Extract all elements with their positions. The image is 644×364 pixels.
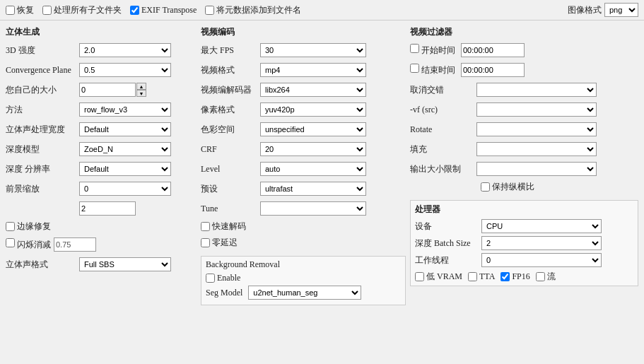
- fp16-checkbox[interactable]: [500, 272, 510, 281]
- zero-latency-checkbox[interactable]: [201, 238, 210, 247]
- preset-row: 预设 ultrafastsuperfastveryfastfasterfastm…: [201, 181, 406, 196]
- bg-removal-enable-label[interactable]: Enable: [206, 273, 240, 283]
- flicker-row: 闪烁消减: [6, 237, 197, 252]
- fill-label: 填充: [410, 143, 474, 155]
- flicker-text: 闪烁消减: [17, 240, 51, 249]
- add-meta-checkbox-label[interactable]: 将元数据添加到文件名: [205, 4, 301, 16]
- exif-transpose-checkbox[interactable]: [130, 6, 139, 15]
- flicker-checkbox[interactable]: [6, 238, 15, 247]
- process-subfolders-checkbox-label[interactable]: 处理所有子文件夹: [42, 4, 122, 16]
- max-fps-label: 最大 FPS: [201, 45, 257, 57]
- bg-removal-enable-text: Enable: [217, 273, 240, 283]
- stream-label[interactable]: 流: [536, 271, 556, 283]
- main-content: 立体生成 3D 强度 1.01.52.02.53.0 Convergence P…: [0, 20, 644, 311]
- size-input[interactable]: [79, 83, 136, 97]
- method-select[interactable]: row_flow_v3row_flow_v2row_flow_v1: [79, 102, 171, 117]
- tta-label[interactable]: TTA: [468, 271, 495, 282]
- processing-width-row: 立体声处理宽度 Default64012801920: [6, 122, 197, 137]
- strength-select[interactable]: 1.01.52.02.53.0: [79, 43, 171, 57]
- pixel-format-select[interactable]: yuv420pyuv444prgb24: [260, 102, 366, 117]
- edge-fix-row: 边缘修复: [6, 221, 197, 233]
- vf-src-select[interactable]: [476, 102, 597, 117]
- vf-src-label: -vf (src): [410, 105, 474, 115]
- depth-resolution-select[interactable]: Default5121024: [79, 162, 171, 176]
- workers-select[interactable]: 01248: [481, 253, 602, 267]
- keep-aspect-text: 保持纵横比: [492, 181, 534, 193]
- fill-row: 填充 blackwhite: [410, 141, 638, 157]
- depth-resolution-label: 深度 分辨率: [6, 163, 76, 175]
- exif-transpose-label: EXIF Transpose: [141, 5, 197, 16]
- divergence-input[interactable]: [79, 201, 136, 216]
- level-select[interactable]: auto3.14.04.15.0: [260, 162, 366, 176]
- edge-fix-label[interactable]: 边缘修复: [6, 221, 51, 233]
- convergence-select[interactable]: 0.00.51.0: [79, 63, 171, 77]
- end-time-checkbox-label[interactable]: 结束时间: [410, 64, 455, 76]
- bg-removal-enable-checkbox[interactable]: [206, 274, 215, 283]
- output-limit-select[interactable]: 1GB2GB4GB: [476, 162, 597, 176]
- tune-label: Tune: [201, 204, 257, 214]
- output-limit-row: 输出大小限制 1GB2GB4GB: [410, 161, 638, 177]
- video-filter-title: 视频过滤器: [410, 26, 638, 38]
- edge-fix-checkbox[interactable]: [6, 222, 15, 231]
- add-meta-checkbox[interactable]: [205, 6, 214, 15]
- depth-model-select[interactable]: ZoeD_NZoeD_KZoeD_NK: [79, 142, 171, 156]
- fast-decode-label[interactable]: 快速解码: [201, 221, 246, 233]
- crf-select[interactable]: 1518202328: [260, 142, 366, 156]
- tune-select[interactable]: filmanimationgrain: [260, 201, 366, 216]
- size-label: 您自己的大小: [6, 84, 76, 96]
- keep-aspect-row: 保持纵横比: [410, 181, 638, 193]
- flicker-input[interactable]: [54, 237, 96, 252]
- fill-select[interactable]: blackwhite: [476, 142, 597, 156]
- size-down-button[interactable]: ▼: [136, 90, 146, 97]
- pixel-format-label: 像素格式: [201, 104, 257, 116]
- foreground-scale-select[interactable]: 0123: [79, 182, 171, 196]
- keep-aspect-checkbox[interactable]: [481, 182, 490, 192]
- end-time-input[interactable]: [461, 63, 525, 77]
- color-space-select[interactable]: unspecifiedbt709bt601: [260, 122, 366, 136]
- image-format-group: 图像格式 png jpg tiff bmp: [568, 3, 638, 17]
- exif-transpose-checkbox-label[interactable]: EXIF Transpose: [130, 5, 197, 16]
- deinterlace-label: 取消交错: [410, 84, 474, 96]
- tta-checkbox[interactable]: [468, 272, 477, 281]
- processing-width-select[interactable]: Default64012801920: [79, 122, 171, 136]
- fp16-label[interactable]: FP16: [500, 271, 529, 282]
- batch-size-select[interactable]: 1248: [481, 236, 602, 250]
- rotate-select[interactable]: 90180270: [476, 122, 597, 136]
- rotate-label: Rotate: [410, 124, 474, 135]
- start-time-input[interactable]: [461, 43, 525, 57]
- preset-select[interactable]: ultrafastsuperfastveryfastfasterfastmedi…: [260, 182, 366, 196]
- video-encoding-section: 视频编码 最大 FPS 24253060 视频格式 mp4avimkvmov 视…: [201, 26, 406, 305]
- zero-latency-label[interactable]: 零延迟: [201, 237, 238, 249]
- processor-title: 处理器: [415, 204, 633, 216]
- max-fps-row: 最大 FPS 24253060: [201, 42, 406, 58]
- right-column: 视频过滤器 开始时间 结束时间 取消交错 yadifbwdif -vf (src…: [410, 26, 638, 305]
- low-vram-label[interactable]: 低 VRAM: [415, 271, 462, 283]
- tune-row: Tune filmanimationgrain: [201, 201, 406, 216]
- process-subfolders-checkbox[interactable]: [42, 6, 52, 15]
- stream-checkbox[interactable]: [536, 272, 545, 281]
- size-spinner[interactable]: ▲ ▼: [79, 83, 146, 97]
- restore-checkbox-label[interactable]: 恢复: [6, 4, 34, 16]
- seg-model-select[interactable]: u2net_human_segu2netsilueta: [248, 286, 361, 300]
- start-time-checkbox-label[interactable]: 开始时间: [410, 44, 455, 57]
- fast-decode-checkbox[interactable]: [201, 222, 210, 231]
- video-codec-row: 视频编解码器 libx264libx265vp9av1: [201, 82, 406, 98]
- image-format-select[interactable]: png jpg tiff bmp: [604, 3, 638, 17]
- restore-checkbox[interactable]: [6, 6, 15, 15]
- top-bar: 恢复 处理所有子文件夹 EXIF Transpose 将元数据添加到文件名 图像…: [0, 0, 644, 20]
- stereo-format-label: 立体声格式: [6, 259, 76, 271]
- foreground-scale-label: 前景缩放: [6, 183, 76, 195]
- video-format-select[interactable]: mp4avimkvmov: [260, 63, 366, 77]
- zero-latency-text: 零延迟: [212, 237, 238, 249]
- end-time-checkbox[interactable]: [410, 64, 419, 73]
- deinterlace-select[interactable]: yadifbwdif: [476, 83, 597, 97]
- flicker-label[interactable]: 闪烁消减: [6, 238, 51, 251]
- start-time-checkbox[interactable]: [410, 44, 419, 53]
- keep-aspect-label[interactable]: 保持纵横比: [481, 181, 534, 193]
- low-vram-checkbox[interactable]: [415, 272, 424, 281]
- stereo-format-select[interactable]: Full SBSHalf SBSFull TBHalf TBRed/Cyan A…: [79, 257, 171, 271]
- video-codec-select[interactable]: libx264libx265vp9av1: [260, 83, 366, 97]
- max-fps-select[interactable]: 24253060: [260, 43, 366, 57]
- size-up-button[interactable]: ▲: [136, 83, 146, 90]
- device-select[interactable]: CPUCUDAMPS: [481, 219, 602, 233]
